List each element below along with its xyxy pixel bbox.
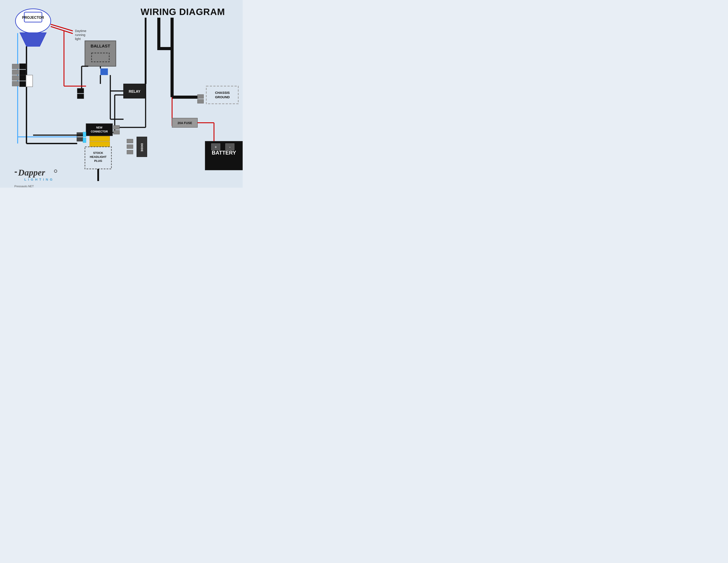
svg-rect-66 — [77, 137, 83, 141]
svg-rect-13 — [12, 64, 19, 69]
svg-rect-16 — [19, 70, 26, 75]
svg-text:STOCK: STOCK — [93, 151, 103, 154]
svg-text:20A FUSE: 20A FUSE — [178, 121, 192, 125]
svg-text:DIODE: DIODE — [140, 143, 143, 152]
svg-text:-: - — [229, 145, 231, 149]
svg-text:+: + — [215, 145, 217, 149]
svg-text:BALLAST: BALLAST — [91, 44, 110, 48]
svg-rect-15 — [19, 64, 26, 69]
svg-rect-50 — [86, 124, 113, 136]
svg-rect-22 — [77, 88, 84, 93]
svg-rect-54 — [113, 130, 120, 134]
svg-rect-74 — [205, 141, 243, 170]
svg-rect-60 — [85, 147, 111, 169]
svg-rect-26 — [92, 53, 109, 62]
svg-rect-59 — [90, 142, 110, 147]
svg-point-89 — [54, 170, 57, 172]
svg-text:NEW: NEW — [96, 126, 103, 129]
svg-rect-71 — [127, 139, 133, 143]
diagram-container: WIRING DIAGRAM PROJECTOR Daytime running… — [0, 0, 243, 188]
svg-rect-40 — [172, 118, 197, 127]
svg-rect-19 — [19, 75, 26, 81]
svg-text:LIGHTING: LIGHTING — [24, 177, 54, 181]
svg-rect-34 — [197, 94, 204, 98]
svg-rect-23 — [77, 94, 84, 99]
svg-line-7 — [51, 24, 73, 31]
svg-text:PLUG: PLUG — [94, 159, 102, 162]
svg-rect-24 — [85, 41, 116, 66]
svg-rect-30 — [124, 84, 146, 98]
svg-text:CHASSIS: CHASSIS — [215, 91, 230, 94]
svg-rect-2 — [24, 12, 42, 22]
svg-rect-67 — [83, 132, 86, 137]
svg-text:CONNECTOR: CONNECTOR — [91, 130, 108, 133]
svg-rect-36 — [206, 86, 238, 104]
svg-text:RELAY: RELAY — [129, 90, 141, 93]
svg-text:running: running — [75, 33, 85, 37]
svg-text:BATTERY: BATTERY — [212, 150, 236, 156]
svg-rect-69 — [137, 137, 147, 157]
svg-text:-: - — [14, 166, 17, 176]
svg-marker-1 — [20, 33, 46, 46]
svg-rect-20 — [19, 81, 26, 87]
wiring-diagram-svg: PROJECTOR Daytime running light — [0, 0, 243, 188]
svg-text:Pressauto.NET: Pressauto.NET — [14, 184, 34, 188]
svg-rect-65 — [77, 132, 83, 136]
svg-text:Dapper: Dapper — [18, 167, 45, 177]
page-title: WIRING DIAGRAM — [141, 7, 225, 17]
svg-text:PROJECTOR: PROJECTOR — [22, 16, 44, 19]
svg-rect-73 — [127, 150, 133, 154]
svg-rect-17 — [12, 75, 19, 80]
svg-line-8 — [51, 26, 73, 34]
svg-rect-77 — [225, 143, 234, 150]
svg-rect-58 — [90, 136, 110, 141]
svg-point-0 — [15, 9, 51, 33]
svg-rect-35 — [197, 99, 204, 103]
svg-rect-68 — [83, 138, 86, 143]
svg-rect-76 — [211, 143, 220, 150]
svg-rect-18 — [12, 81, 19, 86]
svg-text:GROUND: GROUND — [215, 95, 230, 99]
svg-text:Daytime: Daytime — [75, 29, 86, 33]
svg-text:light: light — [75, 37, 81, 41]
svg-rect-53 — [113, 125, 120, 129]
svg-rect-21 — [26, 75, 33, 87]
svg-text:HEADLIGHT: HEADLIGHT — [90, 155, 107, 158]
svg-rect-14 — [12, 70, 19, 75]
svg-rect-72 — [127, 145, 133, 148]
svg-rect-27 — [100, 68, 108, 75]
